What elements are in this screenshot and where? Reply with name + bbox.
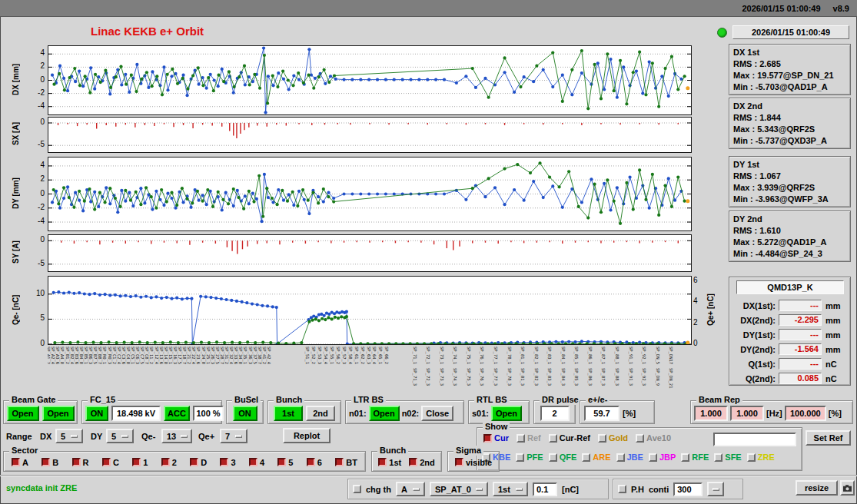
threshold-frame: chg th A SP_AT_0 1st [nC] [347, 479, 609, 499]
titlebar-datetime: 2026/01/15 01:00:49 [742, 4, 820, 13]
rtl-s01-open-button[interactable]: Open [491, 406, 522, 421]
bunch-checkbox-1st[interactable] [378, 458, 387, 466]
set-ref-button[interactable]: Set Ref [806, 430, 851, 446]
bpm-name-label: SP_C3_6 [121, 346, 126, 364]
bunch-1st-button[interactable]: 1st [274, 406, 303, 421]
beam-rep-rate2-field: 1.000 [730, 406, 764, 421]
show-checkbox-cur[interactable] [483, 434, 492, 443]
sector-checkbox-r[interactable] [72, 458, 81, 466]
bpm-name-label: SP_R0_1 [102, 346, 107, 364]
beam-gate-2-button[interactable]: Open [42, 406, 75, 421]
beam-rep-rate1-field: 1.000 [694, 406, 728, 421]
ph-checkbox[interactable] [618, 485, 626, 493]
bpm-select-option[interactable]: SP_AT_0 [430, 482, 488, 496]
fc15-acc-button[interactable]: ACC [164, 406, 190, 421]
sector-item: R [72, 458, 89, 467]
camera-button[interactable] [840, 480, 855, 496]
busel-on-button[interactable]: ON [233, 406, 257, 421]
status-time: 2026/01/15 01:00:49 [732, 25, 849, 39]
bpm-name-label: SP_87_1 [601, 346, 606, 364]
dr-pulse-field[interactable]: 2 [540, 406, 570, 421]
bpm-name-label: SP_52_2 [311, 346, 316, 364]
show-checkbox-jbe[interactable] [616, 453, 625, 462]
show-label: ARE [593, 453, 610, 462]
resize-button[interactable]: resize [796, 480, 838, 496]
bunch-checkbox-2nd[interactable] [409, 458, 417, 466]
sector-checkbox-1[interactable] [132, 458, 141, 466]
fc15-group: FC_15 ON 18.498 kV ACC 100 % [81, 400, 222, 424]
threshold-input[interactable] [533, 482, 557, 496]
option-menu-icon [476, 488, 483, 491]
sector-checkbox-3[interactable] [220, 458, 228, 466]
show-checkbox-jbp[interactable] [649, 453, 657, 462]
show-checkbox-cur-ref[interactable] [549, 434, 557, 443]
fc15-group-label: FC_15 [88, 395, 118, 405]
range-qe-minus-label: Qe- [141, 432, 155, 441]
show-checkbox-qfe[interactable] [549, 453, 557, 462]
bunch-select-option[interactable]: 1st [493, 482, 528, 496]
range-dy-value: 5 [111, 432, 116, 441]
stat-title: DY 2nd [733, 214, 846, 225]
sector-checkbox-6[interactable] [307, 458, 315, 466]
ref-name-input[interactable] [713, 433, 796, 446]
range-qe-plus-option[interactable]: 7 [220, 429, 247, 443]
show-checkbox-pfe[interactable] [516, 453, 524, 462]
sector-label: C [113, 458, 119, 467]
sector-checkbox-bt[interactable] [335, 458, 344, 466]
bunch-label: 2nd [420, 458, 435, 467]
ltr-bs-group-label: LTR BS [351, 395, 386, 405]
range-qe-minus-option[interactable]: 13 [161, 429, 192, 443]
chg-th-checkbox[interactable] [353, 485, 361, 493]
ltr-n02-close-button[interactable]: Close [421, 406, 453, 421]
sector-checkbox-2[interactable] [161, 458, 170, 466]
show-checkbox-rfe[interactable] [681, 453, 689, 462]
range-dx-option[interactable]: 5 [55, 429, 83, 443]
bpm-name-label: SP_15_1 [168, 346, 173, 364]
sector-select-option[interactable]: A [396, 482, 425, 496]
bpm-name-label: SP_73_3 [440, 368, 444, 386]
sector-select-value: A [401, 485, 407, 494]
interval-option[interactable] [707, 482, 724, 496]
sector-checkbox-b[interactable] [42, 458, 50, 466]
bpm-name-label: SP_35_1 [243, 346, 247, 364]
show-checkbox-gold[interactable] [598, 434, 606, 443]
show-checkbox-zre[interactable] [747, 453, 756, 462]
ltr-n02-label: n02: [402, 409, 420, 418]
bpm-name-label: SP_85_1 [574, 346, 579, 364]
beam-gate-1-button[interactable]: Open [7, 406, 39, 421]
qmd-row-value: --- [779, 358, 822, 370]
count-input[interactable] [673, 482, 703, 496]
sector-checkbox-a[interactable] [12, 458, 20, 466]
status-led-icon [717, 28, 727, 38]
bpm-name-label: SP_92_3 [642, 368, 646, 386]
show-checkbox-sfe[interactable] [714, 453, 722, 462]
sector-checkbox-c[interactable] [102, 458, 111, 466]
app-window: 2026/01/15 01:00:49 v8.9 Linac KEKB e+ O… [0, 0, 857, 504]
fc15-percent-field: 100 % [193, 406, 224, 421]
stat-rms: RMS : 1.844 [733, 112, 846, 124]
sector-label: BT [346, 458, 357, 467]
show-item: ZRE [747, 453, 775, 462]
show-checkbox-are[interactable] [582, 453, 590, 462]
sector-checkbox-d[interactable] [190, 458, 198, 466]
y-tick-label: 2 [26, 61, 45, 70]
show-checkbox-ave10[interactable] [636, 434, 644, 443]
bunch-2nd-button[interactable]: 2nd [306, 406, 335, 421]
option-menu-icon [181, 435, 188, 438]
sector-label: A [22, 458, 28, 467]
qmd-row-value: 0.085 [779, 373, 822, 384]
sector-checkbox-5[interactable] [277, 458, 286, 466]
y-tick-label: -2 [26, 88, 45, 97]
sector-checkbox-4[interactable] [249, 458, 257, 466]
sigma-checkbox-visible[interactable] [455, 458, 463, 466]
show-item: JBP [649, 453, 676, 462]
ltr-n01-open-button[interactable]: Open [369, 406, 400, 421]
fc15-on-button[interactable]: ON [85, 406, 108, 421]
replot-button[interactable]: Replot [283, 428, 331, 443]
bpm-name-label: SP_74_3 [453, 368, 457, 386]
page-title: Linac KEKB e+ Orbit [91, 25, 204, 38]
range-dx-value: 5 [61, 432, 65, 441]
show-checkbox-ref[interactable] [517, 434, 525, 443]
sector-item: C [102, 458, 119, 467]
range-dy-option[interactable]: 5 [106, 429, 134, 443]
